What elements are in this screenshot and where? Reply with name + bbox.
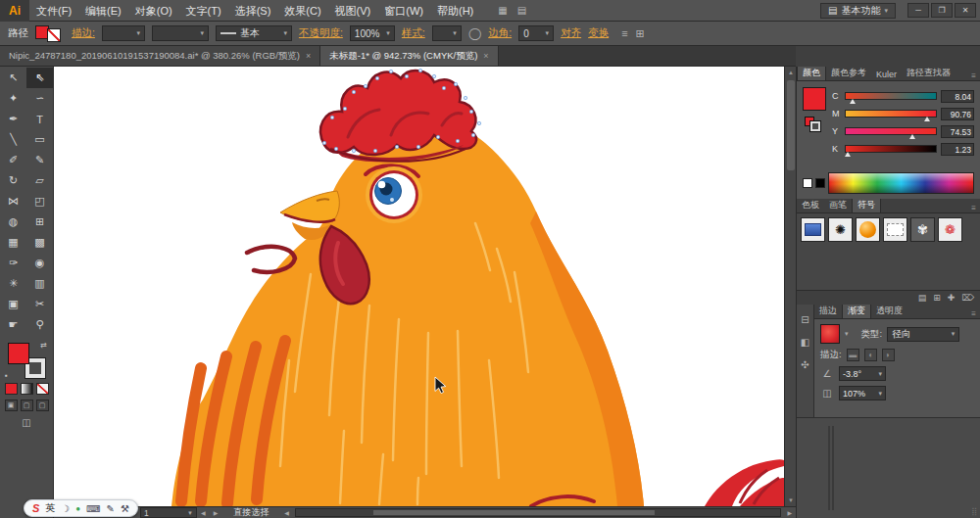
pen-tool[interactable]: ✒ — [0, 109, 26, 129]
draw-normal-icon[interactable]: ▣ — [5, 400, 18, 411]
tab-gradient[interactable]: 渐变 — [842, 305, 871, 318]
gradient-aspect-field[interactable]: 107% ▾ — [839, 386, 886, 400]
shape-builder-tool[interactable]: ◍ — [0, 212, 26, 232]
scale-tool[interactable]: ▱ — [26, 170, 53, 191]
cyan-value[interactable]: 8.04 — [941, 90, 974, 103]
corner-panel-link[interactable]: 边角: — [488, 26, 512, 40]
tab-symbols[interactable]: 符号 — [852, 199, 881, 212]
document-tab-untitled[interactable]: 未标题-1* @ 942.73% (CMYK/预览) × — [320, 46, 498, 66]
menu-file[interactable]: 文件(F) — [29, 0, 78, 22]
panel-menu-icon[interactable]: ≡ — [971, 309, 980, 318]
tab-transparency[interactable]: 透明度 — [871, 305, 907, 318]
menu-view[interactable]: 视图(V) — [328, 0, 378, 22]
symbol-flag[interactable] — [801, 217, 825, 242]
symbol-white-flower[interactable]: ✾ — [910, 217, 935, 242]
rooster-artwork[interactable] — [54, 67, 784, 506]
draw-behind-icon[interactable]: ▢ — [21, 400, 33, 411]
cyan-slider[interactable] — [845, 92, 937, 100]
new-symbol-icon[interactable]: ✚ — [948, 293, 956, 303]
appearance-profile-dropdown[interactable]: 基本 ▾ — [216, 25, 292, 41]
pencil-tool[interactable]: ✎ — [26, 150, 53, 170]
panel-menu-icon[interactable]: ≡ — [971, 71, 980, 80]
canvas-area[interactable]: ▲ ▼ — [54, 67, 796, 506]
tab-color-guide[interactable]: 颜色参考 — [826, 67, 871, 80]
menu-object[interactable]: 对象(O) — [128, 0, 179, 22]
place-symbol-icon[interactable]: ⊞ — [933, 293, 941, 303]
mini-fill-stroke[interactable] — [805, 117, 822, 132]
yellow-slider[interactable] — [845, 127, 937, 135]
lasso-tool[interactable]: ∽ — [26, 88, 53, 109]
magenta-value[interactable]: 90.76 — [941, 108, 974, 120]
fill-stroke-swatches[interactable] — [35, 24, 65, 42]
symbol-sketch-box[interactable] — [883, 217, 907, 242]
color-spectrum[interactable] — [828, 172, 974, 194]
default-fill-stroke-icon[interactable]: ▪ — [5, 371, 8, 380]
rectangle-tool[interactable]: ▭ — [26, 129, 53, 150]
arrange-documents-icon[interactable]: ▦ — [494, 5, 511, 16]
vertical-scrollbar[interactable]: ▲ ▼ — [784, 67, 796, 506]
draw-inside-icon[interactable]: ▢ — [36, 400, 49, 411]
ime-skin-icon[interactable]: ● — [75, 504, 80, 513]
gradient-angle-field[interactable]: -3.8° ▾ — [839, 366, 886, 381]
ime-keyboard-icon[interactable]: ⌨ — [86, 503, 100, 514]
delete-symbol-icon[interactable]: ⌦ — [961, 293, 974, 303]
layout-rows-icon[interactable]: ▤ — [514, 5, 530, 16]
stroke-within-icon[interactable]: ▬ — [847, 349, 859, 361]
yellow-value[interactable]: 74.53 — [941, 125, 974, 138]
brush-definition-dropdown[interactable]: ▾ — [152, 25, 209, 41]
isolate-icon[interactable]: ⊞ — [636, 27, 645, 40]
ime-toolbox-icon[interactable]: ⚒ — [121, 503, 129, 514]
tab-kuler[interactable]: Kuler — [871, 69, 902, 80]
panel-menu-icon[interactable]: ≡ — [971, 204, 980, 212]
menu-help[interactable]: 帮助(H) — [430, 0, 480, 22]
horizontal-scrollbar[interactable] — [295, 508, 782, 517]
none-mode-button[interactable] — [36, 383, 49, 395]
gradient-type-dropdown[interactable]: 径向 ▾ — [887, 327, 959, 342]
stroke-along-icon[interactable]: ◖ — [864, 349, 877, 361]
menu-window[interactable]: 窗口(W) — [377, 0, 430, 22]
menu-select[interactable]: 选择(S) — [228, 0, 278, 22]
resize-grip-icon[interactable]: ⣿ — [971, 507, 977, 516]
swap-fill-stroke-icon[interactable]: ⇄ — [40, 341, 47, 350]
beak-upper[interactable] — [280, 191, 339, 222]
selection-tool[interactable]: ↖ — [0, 68, 26, 88]
eyedropper-tool[interactable]: ✑ — [0, 253, 26, 273]
symbol-sprayer-tool[interactable]: ✳ — [0, 273, 26, 294]
stroke-across-icon[interactable]: ◗ — [882, 349, 895, 361]
collapsed-panel-icon[interactable]: ✣ — [801, 359, 808, 370]
stroke-weight-dropdown[interactable]: ▾ — [102, 25, 145, 41]
symbol-splatter[interactable]: ✺ — [828, 217, 853, 242]
black-slider[interactable] — [845, 145, 937, 153]
ime-moon-icon[interactable]: ☽ — [61, 503, 70, 514]
minimize-button[interactable]: ─ — [907, 3, 929, 18]
white-swatch[interactable] — [803, 178, 812, 188]
symbol-library-icon[interactable]: ▤ — [918, 293, 927, 303]
black-value[interactable]: 1.23 — [941, 143, 974, 156]
line-segment-tool[interactable]: ╲ — [0, 129, 26, 150]
opacity-dropdown[interactable]: 100% ▾ — [350, 25, 395, 41]
horizontal-scroll-thumb[interactable] — [373, 510, 655, 515]
symbol-orange-ball[interactable] — [856, 217, 880, 242]
paintbrush-tool[interactable]: ✐ — [0, 150, 26, 170]
style-dropdown[interactable]: ▾ — [432, 25, 462, 41]
document-tab-nipic[interactable]: Nipic_24787180_20190610191537190084.ai* … — [0, 46, 320, 66]
scroll-left-icon[interactable]: ◀ — [280, 509, 293, 516]
opacity-panel-link[interactable]: 不透明度: — [299, 26, 343, 40]
menu-effect[interactable]: 效果(C) — [277, 0, 327, 22]
ime-toolbar[interactable]: S 英 ☽ ● ⌨ ✎ ⚒ — [24, 499, 138, 517]
color-mode-button[interactable] — [5, 383, 18, 395]
rooster-comb[interactable] — [320, 71, 476, 155]
corner-value-dropdown[interactable]: 0 ▾ — [518, 25, 554, 41]
stroke-swatch[interactable] — [47, 28, 61, 42]
sogou-logo-icon[interactable]: S — [32, 502, 39, 514]
ime-language-mode[interactable]: 英 — [45, 501, 55, 515]
direct-selection-tool[interactable]: ⇖ — [26, 68, 53, 88]
current-color-swatch[interactable] — [803, 87, 826, 111]
ime-handwrite-icon[interactable]: ✎ — [107, 503, 115, 514]
screen-mode-icon[interactable]: ◫ — [22, 417, 30, 428]
chevron-down-icon[interactable]: ▾ — [845, 330, 849, 338]
gradient-swatch[interactable] — [820, 324, 840, 344]
maximize-button[interactable]: ❐ — [931, 3, 953, 18]
tab-brushes[interactable]: 画笔 — [824, 199, 852, 212]
rotate-tool[interactable]: ↻ — [0, 170, 26, 191]
